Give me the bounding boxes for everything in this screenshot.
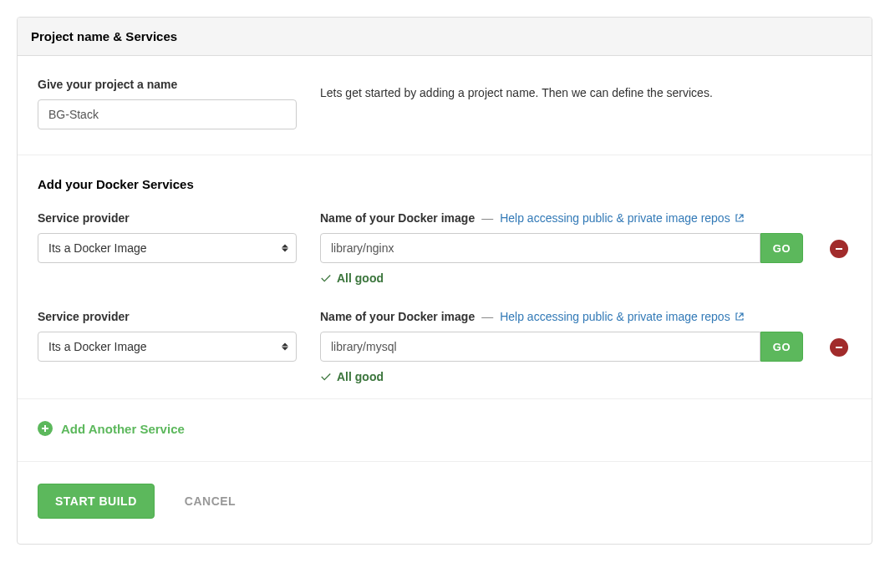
- plus-circle-icon: [38, 421, 53, 436]
- go-button[interactable]: GO: [760, 233, 803, 263]
- svg-rect-0: [836, 248, 842, 250]
- go-button[interactable]: GO: [760, 332, 803, 362]
- status-all-good: All good: [320, 271, 803, 285]
- service-provider-label: Service provider: [38, 310, 297, 323]
- remove-service-button[interactable]: [830, 240, 848, 258]
- docker-image-label: Name of your Docker image: [320, 310, 475, 323]
- svg-rect-1: [836, 347, 842, 348]
- project-name-input[interactable]: [38, 99, 297, 129]
- service-provider-label: Service provider: [38, 211, 297, 225]
- remove-service-button[interactable]: [830, 338, 848, 357]
- service-row: Service provider Its a Docker Image Name…: [38, 211, 852, 285]
- service-row: Service provider Its a Docker Image Name…: [38, 310, 852, 383]
- check-icon: [320, 371, 332, 383]
- label-separator: —: [481, 310, 493, 323]
- label-separator: —: [481, 211, 493, 225]
- services-section: Add your Docker Services Service provide…: [18, 155, 872, 399]
- panel-footer: START BUILD CANCEL: [18, 462, 872, 544]
- services-heading: Add your Docker Services: [38, 177, 852, 191]
- project-services-panel: Project name & Services Give your projec…: [17, 17, 872, 545]
- docker-image-input[interactable]: [320, 233, 760, 263]
- external-link-icon: [735, 214, 744, 224]
- project-name-label: Give your project a name: [38, 78, 297, 91]
- external-link-icon: [735, 312, 744, 322]
- status-all-good: All good: [320, 370, 803, 383]
- help-link[interactable]: Help accessing public & private image re…: [500, 211, 743, 225]
- add-another-service-link[interactable]: Add Another Service: [38, 421, 185, 436]
- docker-image-input[interactable]: [320, 332, 760, 362]
- add-service-section: Add Another Service: [18, 399, 872, 462]
- cancel-button[interactable]: CANCEL: [185, 494, 236, 508]
- project-name-section: Give your project a name Lets get starte…: [18, 56, 872, 155]
- help-link[interactable]: Help accessing public & private image re…: [500, 310, 743, 323]
- check-icon: [320, 272, 332, 284]
- project-hint-text: Lets get started by adding a project nam…: [320, 78, 713, 102]
- docker-image-label: Name of your Docker image: [320, 211, 475, 225]
- service-provider-select[interactable]: Its a Docker Image: [38, 332, 297, 362]
- minus-icon: [835, 343, 843, 352]
- minus-icon: [835, 245, 843, 253]
- panel-title: Project name & Services: [18, 18, 872, 56]
- service-provider-select[interactable]: Its a Docker Image: [38, 233, 297, 263]
- start-build-button[interactable]: START BUILD: [38, 484, 155, 519]
